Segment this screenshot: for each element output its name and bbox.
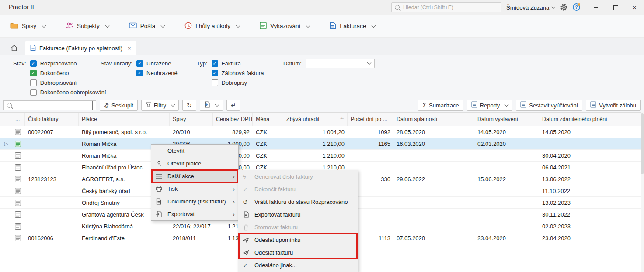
titlebar: Praetor II Šmídová Zuzana ? × (0, 0, 644, 15)
close-button[interactable]: × (628, 0, 641, 15)
vytvorit-zalohu-button[interactable]: Vytvořit zálohu (586, 100, 641, 111)
global-search-input[interactable] (402, 4, 498, 11)
invoice-row-icon (12, 129, 25, 135)
filter-group-stav: Stav: Rozpracováno Dokončeno Dobropisová… (13, 59, 106, 97)
nav-item-fakturace[interactable]: Fakturace (330, 22, 375, 31)
menu-item-dokumenty[interactable]: Dokumenty (tisk faktur) › (151, 195, 238, 208)
column-header-platce[interactable]: Plátce (79, 113, 170, 126)
submenu-item-vratit-fakturu[interactable]: ↺ Vrátit fakturu do stavu Rozpracováno (238, 196, 358, 208)
seskupit-button[interactable]: ⇄ Seskupit (100, 100, 138, 111)
filter-group-datum: Datum: (283, 59, 375, 68)
column-header-datum-splatnosti[interactable]: Datum splatnosti (393, 113, 474, 126)
tab-fakturace-po-splatnosti[interactable]: Fakturace (Faktury po splatnosti) × (25, 41, 136, 55)
invoice-row-icon (12, 200, 25, 206)
nav-item-spisy[interactable]: Spisy (10, 22, 45, 30)
filtry-button[interactable]: Filtry (141, 100, 179, 111)
column-header-cena-bez-dph[interactable]: Cena bez DPH (213, 113, 253, 126)
maximize-icon (613, 5, 618, 10)
invoice-row-icon (12, 176, 25, 182)
tab-label: Fakturace (Faktury po splatnosti) (39, 45, 122, 52)
send-icon (243, 250, 254, 256)
export-button[interactable] (200, 100, 223, 111)
export-icon (243, 211, 254, 218)
maximize-button[interactable] (609, 0, 622, 15)
checkbox[interactable] (136, 60, 143, 67)
table-header: ... Číslo faktury Plátce Spisy Cena bez … (0, 113, 644, 126)
column-header-datum-vystaveni[interactable]: Datum vystavení (474, 113, 539, 126)
chevron-down-icon (236, 23, 240, 28)
checkbox[interactable] (30, 60, 37, 67)
checkbox[interactable] (30, 89, 37, 96)
tab-close-icon[interactable]: × (128, 45, 131, 52)
menu-item-otevrit-platce[interactable]: Otevřít plátce (151, 157, 238, 170)
submenu-item-odeslano-jinak[interactable]: ✓ Odesláno jinak... (238, 259, 358, 272)
menu-item-exportovat[interactable]: Exportovat › (151, 208, 238, 220)
submenu-item-exportovat-fakturu[interactable]: Exportovat fakturu (238, 208, 358, 221)
mail-icon (129, 22, 137, 30)
enter-button[interactable]: ↵ (226, 100, 240, 111)
nav-item-posta[interactable]: Pošta (129, 22, 165, 30)
nav-item-vykazovani[interactable]: Vykazování (260, 22, 310, 31)
chevron-down-icon (171, 103, 175, 107)
filter-option: Uhrazené (136, 59, 178, 68)
grid-search-input[interactable] (12, 101, 93, 110)
column-header-zbyva-uhradit[interactable]: Zbývá uhradit ≐ (283, 113, 348, 126)
table-row[interactable]: 00022007 Bílý pomeranč, spol. s r.o. 20/… (0, 126, 644, 138)
global-search[interactable] (391, 2, 501, 12)
people-icon (66, 22, 73, 30)
reporty-button[interactable]: Reporty (467, 100, 513, 111)
submenu-item-odeslat-fakturu[interactable]: Odeslat fakturu (238, 246, 358, 259)
grid-search[interactable] (3, 100, 96, 110)
invoice-icon (30, 45, 36, 52)
current-row-indicator: ▷ (0, 141, 12, 147)
table-row[interactable]: Roman Mička 1 000,00 CZK 1 210,00 30.04.… (0, 150, 644, 162)
minimize-button[interactable] (589, 0, 602, 15)
submenu-item-odeslat-upominku[interactable]: Odeslat upomínku (238, 234, 358, 246)
column-header-cislo-faktury[interactable]: Číslo faktury (25, 113, 79, 126)
nav-item-lhuty-a-ukoly[interactable]: Lhůty a úkoly (184, 22, 240, 31)
chevron-down-icon (105, 23, 109, 28)
menu-item-dalsi-akce[interactable]: Další akce › (151, 170, 238, 182)
column-header-datum-zdanitelneho-plneni[interactable]: Datum zdanitelného plnění (539, 113, 644, 126)
table-row-selected[interactable]: ▷ Roman Mička 20/006 1 000,00 CZK 1 210,… (0, 138, 644, 150)
user-menu[interactable]: Šmídová Zuzana (506, 0, 555, 15)
sestavit-vyuctovani-button[interactable]: Sestavit vyúčtování (516, 100, 582, 111)
filter-option: Rozpracováno (30, 59, 106, 68)
lightning-icon: ϟ (243, 174, 254, 180)
report-icon (260, 22, 267, 31)
checkbox[interactable] (212, 79, 218, 86)
checkbox[interactable] (212, 70, 218, 76)
nav-item-subjekty[interactable]: Subjekty (66, 22, 109, 30)
home-icon[interactable] (10, 45, 18, 52)
checkbox[interactable] (212, 60, 218, 67)
menu-item-tisk[interactable]: Tisk › (151, 182, 238, 195)
column-header-spisy[interactable]: Spisy (170, 113, 213, 126)
filter-option: Dokončeno (30, 68, 106, 78)
sumarizace-button[interactable]: Σ Sumarizace (418, 100, 463, 111)
filter-option: Dobropisy (212, 78, 264, 87)
refresh-button[interactable]: ↻ (182, 100, 196, 111)
refresh-icon: ↻ (187, 102, 192, 108)
column-header-pocet-dni[interactable]: Počet dní po ... (348, 113, 393, 126)
checkbox[interactable] (30, 79, 37, 86)
vertical-scrollbar[interactable] (641, 112, 644, 272)
checkbox[interactable] (30, 70, 37, 76)
invoice-row-icon (12, 188, 25, 194)
column-header-mena[interactable]: Měna (253, 113, 283, 126)
chevron-down-icon (306, 23, 310, 28)
invoice-row-icon (12, 164, 25, 171)
help-icon[interactable]: ? (573, 3, 580, 11)
column-header[interactable]: ... (12, 113, 25, 126)
printer-icon (156, 186, 167, 192)
invoice-row-icon (12, 235, 25, 241)
main-navbar: Spisy Subjekty Pošta Lhůty a úkoly Vykaz… (0, 15, 644, 38)
export-icon (156, 211, 167, 217)
settings-gear-icon[interactable] (560, 3, 568, 13)
menu-item-otevrit[interactable]: Otevřít (151, 145, 238, 157)
check-icon: ✓ (243, 186, 254, 193)
submenu-arrow-icon: › (233, 186, 235, 192)
datum-dropdown[interactable] (306, 59, 375, 68)
app-title: Praetor II (9, 3, 34, 10)
undo-icon: ↺ (243, 199, 254, 205)
checkbox[interactable] (136, 70, 143, 76)
